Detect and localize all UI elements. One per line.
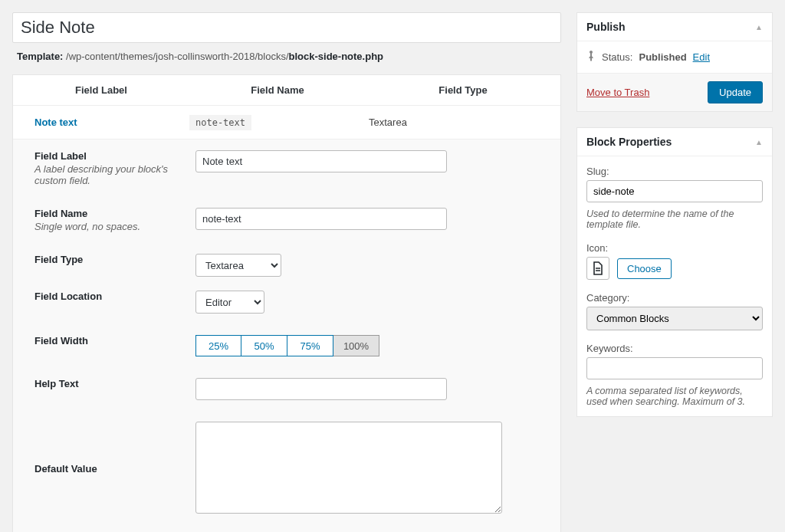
block-properties-heading: Block Properties — [586, 136, 672, 148]
column-field-name: Field Name — [189, 84, 366, 96]
publish-heading: Publish — [586, 21, 626, 33]
icon-label: Icon: — [586, 242, 763, 254]
row-name: note-text — [189, 117, 366, 128]
field-location-select[interactable]: Editor — [195, 291, 264, 314]
lbl-help-text: Help Text — [34, 378, 180, 389]
hint-field-name: Single word, no spaces. — [34, 221, 180, 232]
keywords-hint: A comma separated list of keywords, used… — [586, 386, 763, 407]
lbl-field-name: Field Name — [34, 208, 180, 219]
status-label: Status: — [602, 51, 632, 63]
field-name-input[interactable] — [195, 208, 447, 230]
width-75[interactable]: 75% — [287, 335, 333, 356]
column-field-label: Field Label — [13, 84, 189, 96]
collapse-icon[interactable]: ▲ — [755, 23, 763, 31]
row-label[interactable]: Note text — [13, 117, 189, 128]
width-50[interactable]: 50% — [241, 335, 287, 356]
keywords-label: Keywords: — [586, 343, 763, 354]
category-label: Category: — [586, 292, 763, 304]
move-to-trash-link[interactable]: Move to Trash — [586, 87, 649, 98]
column-field-type: Field Type — [366, 84, 560, 96]
keywords-input[interactable] — [586, 357, 763, 379]
lbl-field-location: Field Location — [34, 291, 180, 302]
update-button[interactable]: Update — [708, 81, 763, 103]
lbl-field-label: Field Label — [34, 150, 180, 162]
slug-label: Slug: — [586, 166, 763, 177]
table-row[interactable]: Note text note-text Textarea — [13, 106, 560, 140]
default-value-textarea[interactable] — [195, 422, 502, 514]
block-properties-box: Block Properties ▲ Slug: Used to determi… — [576, 127, 773, 417]
lbl-field-width: Field Width — [34, 335, 180, 346]
help-text-input[interactable] — [195, 378, 447, 400]
slug-input[interactable] — [586, 180, 763, 202]
field-label-input[interactable] — [195, 150, 447, 172]
width-100[interactable]: 100% — [333, 335, 379, 356]
row-type: Textarea — [366, 117, 560, 128]
block-title-input[interactable] — [12, 12, 561, 43]
publish-box: Publish ▲ Status: Published Edit Move to… — [576, 12, 773, 112]
collapse-icon[interactable]: ▲ — [755, 138, 763, 146]
fields-panel: Field Label Field Name Field Type Note t… — [12, 74, 561, 532]
lbl-default-value: Default Value — [34, 463, 180, 475]
pin-icon — [586, 51, 596, 64]
field-width-group: 25% 50% 75% 100% — [195, 335, 539, 356]
status-value: Published — [639, 51, 686, 63]
width-25[interactable]: 25% — [195, 335, 241, 356]
document-icon — [586, 257, 609, 280]
hint-field-label: A label describing your block's custom f… — [34, 163, 180, 186]
status-edit-link[interactable]: Edit — [693, 51, 710, 63]
category-select[interactable]: Common Blocks — [586, 307, 763, 330]
field-type-select[interactable]: Textarea — [195, 254, 281, 277]
choose-icon-button[interactable]: Choose — [617, 258, 672, 279]
lbl-field-type: Field Type — [34, 254, 180, 265]
slug-hint: Used to determine the name of the templa… — [586, 209, 763, 230]
template-path: Template: /wp-content/themes/josh-collin… — [12, 43, 561, 74]
